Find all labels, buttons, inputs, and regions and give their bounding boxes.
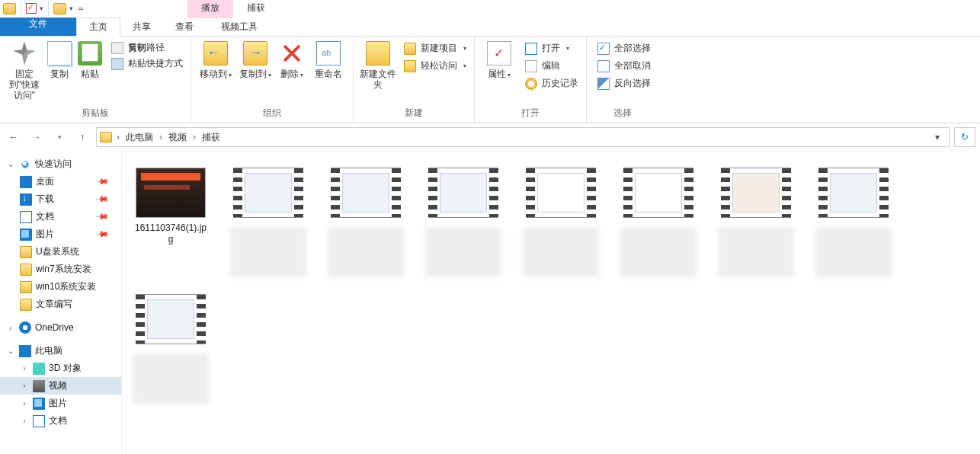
tree-folder-article[interactable]: 文章编写 xyxy=(0,296,121,313)
file-item[interactable]: 1611103746(1).jpg xyxy=(133,168,209,245)
expand-icon[interactable]: › xyxy=(6,324,15,332)
file-item[interactable] xyxy=(425,168,501,277)
button-label: 重命名 xyxy=(315,69,342,79)
path-icon xyxy=(111,42,123,54)
pin-to-quick-access-button[interactable]: 固定到"快速访问" xyxy=(5,38,44,101)
tab-file[interactable]: 文件 xyxy=(0,18,76,36)
select-all-button[interactable]: 全部选择 xyxy=(594,41,654,56)
tree-pictures-pc[interactable]: › 图片 xyxy=(0,395,121,412)
button-label: 全部取消 xyxy=(614,59,651,72)
context-header-play: 播放 xyxy=(187,0,233,18)
copy-button[interactable]: 复制 xyxy=(44,38,75,79)
tree-quick-access[interactable]: ⌄ 快速访问 xyxy=(0,155,121,173)
expand-icon[interactable]: ⌄ xyxy=(6,160,15,168)
chevron-right-icon[interactable]: › xyxy=(158,132,164,142)
select-none-button[interactable]: 全部取消 xyxy=(594,59,654,73)
file-item[interactable] xyxy=(718,168,794,277)
document-icon xyxy=(33,415,45,427)
delete-button[interactable]: 删除▾ xyxy=(275,38,309,81)
tree-downloads[interactable]: 下载 📌 xyxy=(0,190,121,208)
properties-button[interactable]: 属性▾ xyxy=(479,38,519,81)
tab-home[interactable]: 主页 xyxy=(76,18,120,37)
divider xyxy=(21,2,21,15)
navigation-pane[interactable]: ⌄ 快速访问 桌面 📌 下载 📌 文档 📌 图片 📌 U盘装系统 xyxy=(0,151,122,454)
copy-path-button[interactable]: 复制路径 xyxy=(108,40,186,55)
button-label: 编辑 xyxy=(542,59,560,72)
button-label: 全部选择 xyxy=(614,42,651,55)
properties-icon[interactable] xyxy=(26,3,37,14)
tree-label: 桌面 xyxy=(36,175,54,188)
forward-button[interactable]: → xyxy=(27,128,46,146)
file-item[interactable] xyxy=(328,168,404,277)
tree-folder-win10[interactable]: win10系统安装 xyxy=(0,278,121,296)
expand-icon[interactable]: ⌄ xyxy=(6,347,15,355)
button-label: 打开 xyxy=(542,42,560,55)
tree-3d-objects[interactable]: › 3D 对象 xyxy=(0,360,121,377)
button-label: 属性 xyxy=(488,69,506,79)
download-icon xyxy=(20,193,32,206)
tree-folder-win7[interactable]: win7系统安装 xyxy=(0,261,121,278)
chevron-down-icon: ▾ xyxy=(268,72,271,78)
folder-icon xyxy=(100,132,112,142)
expand-icon[interactable]: › xyxy=(20,399,29,408)
tree-documents[interactable]: 文档 📌 xyxy=(0,208,121,225)
easy-access-button[interactable]: 轻松访问 ▾ xyxy=(401,59,469,73)
file-item[interactable] xyxy=(523,168,599,277)
history-button[interactable]: 历史记录 xyxy=(522,76,581,91)
blurred-label xyxy=(425,227,501,277)
recent-locations-button[interactable]: ▾ xyxy=(50,128,69,146)
file-item[interactable] xyxy=(230,168,306,277)
refresh-button[interactable]: ↻ xyxy=(954,127,975,147)
delete-icon xyxy=(280,41,304,66)
tree-videos[interactable]: › 视频 xyxy=(0,377,121,395)
open-button[interactable]: 打开 ▾ xyxy=(522,41,581,56)
chevron-down-icon[interactable]: ▾ xyxy=(69,5,73,12)
title-bar: ▾ ▾ ＝ 播放 捕获 xyxy=(0,0,980,18)
file-item[interactable] xyxy=(815,168,892,277)
paste-button[interactable]: 粘贴 xyxy=(75,38,105,79)
file-list[interactable]: 1611103746(1).jpg xyxy=(122,151,980,454)
up-button[interactable]: ↑ xyxy=(73,128,91,146)
tree-label: 3D 对象 xyxy=(49,362,82,375)
tree-this-pc[interactable]: ⌄ 此电脑 xyxy=(0,342,121,360)
folder-icon[interactable] xyxy=(53,3,66,14)
tree-documents-pc[interactable]: › 文档 xyxy=(0,412,121,430)
chevron-right-icon[interactable]: › xyxy=(191,132,197,142)
tree-desktop[interactable]: 桌面 📌 xyxy=(0,173,121,190)
tree-pictures[interactable]: 图片 📌 xyxy=(0,225,121,243)
rename-button[interactable]: 重命名 xyxy=(309,38,348,79)
edit-button[interactable]: 编辑 xyxy=(522,59,581,73)
new-folder-button[interactable]: 新建文件夹 xyxy=(358,38,398,90)
back-button[interactable]: ← xyxy=(5,128,23,146)
copy-to-button[interactable]: 复制到▾ xyxy=(235,38,275,81)
address-dropdown-button[interactable]: ▾ xyxy=(929,128,946,146)
expand-icon[interactable]: › xyxy=(20,417,29,425)
open-icon xyxy=(525,43,537,55)
invert-selection-button[interactable]: 反向选择 xyxy=(594,76,654,91)
cloud-icon xyxy=(19,321,31,334)
paste-shortcut-button[interactable]: 粘贴快捷方式 xyxy=(108,56,186,71)
chevron-down-icon[interactable]: ▾ xyxy=(40,5,43,12)
breadcrumb[interactable]: 视频 xyxy=(167,131,188,144)
address-bar[interactable]: › 此电脑 › 视频 › 捕获 ▾ xyxy=(96,127,950,147)
tab-view[interactable]: 查看 xyxy=(163,18,206,36)
expand-icon[interactable]: › xyxy=(20,364,29,372)
tree-label: 文档 xyxy=(49,414,67,427)
blurred-label xyxy=(620,227,697,277)
file-item[interactable] xyxy=(620,168,697,277)
breadcrumb[interactable]: 捕获 xyxy=(200,131,222,144)
move-to-button[interactable]: 移动到▾ xyxy=(196,38,235,81)
expand-icon[interactable]: › xyxy=(20,382,29,390)
tab-video-tools[interactable]: 视频工具 xyxy=(209,18,270,36)
file-item[interactable] xyxy=(133,294,209,404)
tree-onedrive[interactable]: › OneDrive xyxy=(0,319,121,336)
button-label: 删除 xyxy=(280,69,299,79)
new-item-button[interactable]: 新建项目 ▾ xyxy=(401,41,469,56)
ribbon: 固定到"快速访问" 复制 粘贴 ✂ 剪切 复制路径 xyxy=(0,37,980,123)
tree-folder-usb[interactable]: U盘装系统 xyxy=(0,243,121,261)
overflow-icon[interactable]: ＝ xyxy=(76,2,85,15)
breadcrumb[interactable]: 此电脑 xyxy=(124,131,155,144)
chevron-right-icon[interactable]: › xyxy=(115,132,121,142)
tab-share[interactable]: 共享 xyxy=(120,18,163,36)
folder-icon[interactable] xyxy=(3,3,16,14)
